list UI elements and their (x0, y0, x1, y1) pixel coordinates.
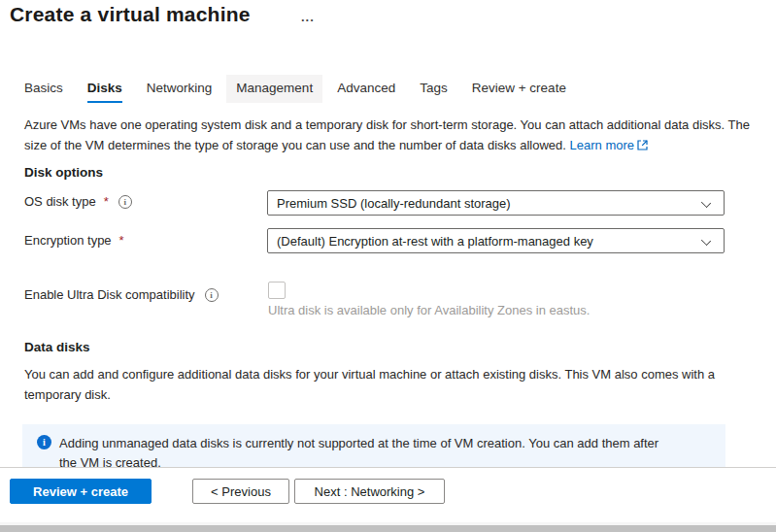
os-disk-type-value: Premium SSD (locally-redundant storage) (277, 196, 511, 211)
tab-advanced[interactable]: Advanced (337, 81, 395, 103)
review-create-button[interactable]: Review + create (10, 479, 152, 504)
encryption-type-select[interactable]: (Default) Encryption at-rest with a plat… (267, 228, 725, 253)
info-icon[interactable]: i (205, 288, 219, 302)
ultra-disk-hint: Ultra disk is available only for Availab… (268, 303, 590, 317)
ultra-disk-label: Enable Ultra Disk compatibilityi (24, 287, 219, 302)
info-filled-icon: i (37, 435, 51, 449)
os-disk-type-label: OS disk type*i (24, 194, 132, 209)
info-icon[interactable]: i (118, 195, 132, 209)
external-link-icon (637, 136, 648, 156)
tab-tags[interactable]: Tags (420, 81, 448, 103)
os-disk-type-label-text: OS disk type (24, 194, 96, 209)
encryption-type-value: (Default) Encryption at-rest with a plat… (277, 234, 593, 249)
required-marker: * (104, 194, 109, 209)
chevron-down-icon (701, 198, 711, 208)
tab-review-create[interactable]: Review + create (472, 81, 566, 103)
more-options-button[interactable]: ... (297, 8, 319, 26)
wizard-footer: Review + create < Previous Next : Networ… (0, 467, 776, 523)
tab-networking[interactable]: Networking (147, 81, 213, 103)
ultra-disk-checkbox[interactable] (268, 282, 286, 299)
data-disks-description: You can add and configure additional dat… (24, 364, 751, 405)
tab-basics[interactable]: Basics (24, 81, 63, 103)
info-banner-text: Adding unmanaged data disks is currently… (59, 434, 672, 467)
required-marker: * (119, 233, 124, 248)
learn-more-link[interactable]: Learn more (570, 138, 648, 152)
next-networking-button[interactable]: Next : Networking > (294, 479, 445, 504)
ultra-disk-label-text: Enable Ultra Disk compatibility (24, 287, 195, 302)
encryption-type-label: Encryption type* (24, 233, 124, 248)
page-title: Create a virtual machine (10, 3, 251, 26)
disk-options-heading: Disk options (24, 165, 103, 180)
previous-button[interactable]: < Previous (192, 479, 289, 504)
info-banner: i Adding unmanaged data disks is current… (22, 424, 725, 467)
data-disks-heading: Data disks (24, 340, 90, 354)
disks-intro-text: Azure VMs have one operating system disk… (24, 115, 751, 156)
chevron-down-icon (701, 236, 711, 246)
wizard-tabs: Basics Disks Networking Management Advan… (24, 81, 566, 107)
tab-disks[interactable]: Disks (87, 81, 122, 103)
encryption-type-label-text: Encryption type (24, 233, 112, 248)
horizontal-scrollbar-thumb[interactable] (0, 525, 776, 532)
learn-more-label: Learn more (570, 138, 634, 152)
tab-management[interactable]: Management (226, 75, 322, 103)
os-disk-type-select[interactable]: Premium SSD (locally-redundant storage) (267, 190, 725, 216)
